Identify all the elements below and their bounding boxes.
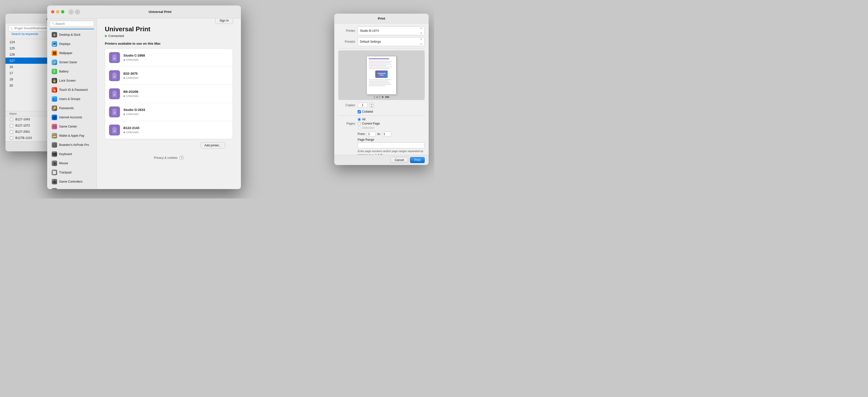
- sidebar-item-printers-scanners[interactable]: 🖨 Printers & Scanners: [49, 186, 95, 189]
- copies-stepper: ▲ ▼: [370, 102, 374, 108]
- printer-entry[interactable]: Studio G-2633 Unknown: [105, 103, 233, 121]
- svg-point-23: [113, 112, 114, 113]
- svg-rect-31: [114, 132, 115, 132]
- current-page-radio[interactable]: [358, 122, 361, 125]
- printer-entry[interactable]: B32-3075 Unknown: [105, 67, 233, 85]
- presets-value: Default Settings: [360, 40, 381, 43]
- sidebar-item-keyboard[interactable]: ⌨ Keyboard: [49, 150, 95, 159]
- search-input[interactable]: [50, 21, 94, 27]
- sign-in-button[interactable]: Sign In: [215, 19, 233, 24]
- print-button[interactable]: Print: [410, 157, 425, 163]
- printer-name: Studio C-2868: [123, 54, 229, 57]
- copies-increment[interactable]: ▲: [370, 103, 374, 105]
- nav-back-button[interactable]: ‹: [68, 9, 74, 14]
- printer-icon: [109, 106, 120, 118]
- status-text: Unknown: [126, 131, 138, 134]
- printer-checkbox[interactable]: [9, 118, 13, 121]
- printer-label: Printer:: [338, 29, 355, 33]
- sidebar-label: Game Controllers: [59, 180, 83, 184]
- print-preview-area: UniversalPrint 1 of 2 ▶ ▶▶: [338, 51, 425, 100]
- printer-entry[interactable]: Studio C-2868 Unknown: [105, 48, 233, 67]
- sidebar-item-airpods[interactable]: 🎧 Braeden's AirPods Pro: [49, 140, 95, 150]
- airpods-icon: 🎧: [52, 142, 57, 147]
- sidebar-item-wallet[interactable]: 💳 Wallet & Apple Pay: [49, 131, 95, 140]
- selection-label: Selection: [362, 126, 374, 130]
- sidebar-item-users-groups[interactable]: 👥 Users & Groups: [49, 95, 95, 103]
- print-dialog-window: Print Printer: Studio B-1974 ⌃⌄ Presets:…: [334, 14, 429, 165]
- sidebar-item-internet-accounts[interactable]: @ Internet Accounts: [49, 113, 95, 122]
- print-dialog-title: Print: [378, 16, 385, 20]
- nav-buttons: ‹ ›: [68, 9, 80, 14]
- connected-dot: [105, 35, 107, 37]
- presets-select[interactable]: Default Settings ⌃⌄: [358, 37, 425, 46]
- printer-checkbox[interactable]: [9, 136, 13, 140]
- selection-row: Selection: [358, 126, 380, 130]
- next-page-btn[interactable]: ▶▶: [385, 95, 390, 99]
- sidebar-item-passwords[interactable]: 🔑 Passwords: [49, 104, 95, 113]
- sidebar-label: Desktop & Dock: [59, 33, 81, 36]
- copies-control: ▲ ▼: [358, 102, 374, 108]
- sidebar-item-battery[interactable]: 🔋 Battery: [49, 67, 95, 76]
- collated-checkbox-row: Collated: [358, 110, 373, 113]
- sidebar-item-displays[interactable]: 💻 Displays: [49, 39, 95, 48]
- presets-label: Presets:: [338, 40, 355, 43]
- main-header: Universal Print Connected Sign In: [97, 19, 241, 42]
- system-prefs-titlebar: ‹ › Universal Print: [47, 5, 241, 19]
- page-title: Universal Print: [105, 25, 151, 33]
- printer-status: Unknown: [123, 94, 229, 98]
- printer-name: B32-3075: [123, 72, 229, 75]
- selection-radio[interactable]: [358, 126, 361, 130]
- sidebar-item-wallpaper[interactable]: 🖼 Wallpaper: [49, 48, 95, 58]
- printer-checkbox[interactable]: [9, 124, 13, 127]
- page-range-input[interactable]: [358, 142, 425, 148]
- copies-row: Copies: ▲ ▼: [338, 102, 425, 108]
- status-text: Unknown: [126, 76, 138, 80]
- add-printer-button[interactable]: Add printer...: [201, 142, 225, 148]
- prev-page-btn[interactable]: ▶: [382, 95, 384, 99]
- printer-select[interactable]: Studio B-1974 ⌃⌄: [358, 26, 425, 35]
- sidebar-item-mouse[interactable]: 🖱 Mouse: [49, 159, 95, 168]
- sidebar-label: Touch ID & Password: [59, 88, 88, 92]
- sidebar-item-lock-screen[interactable]: 🔒 Lock Screen: [49, 76, 95, 85]
- printer-entry[interactable]: B122-2143 Unknown: [105, 121, 233, 139]
- sidebar-label: Wallet & Apple Pay: [59, 134, 85, 137]
- maximize-button[interactable]: [61, 10, 64, 13]
- help-button[interactable]: ?: [179, 156, 184, 160]
- sidebar-label: Passwords: [59, 106, 74, 110]
- to-label: to:: [377, 132, 380, 136]
- printer-select-row: Printer: Studio B-1974 ⌃⌄: [338, 26, 425, 35]
- page-range-hint: Enter page numbers and/or page ranges se…: [358, 150, 425, 155]
- current-page-label: Current Page: [362, 122, 380, 125]
- printer-checkbox[interactable]: [9, 130, 13, 133]
- close-button[interactable]: [51, 10, 54, 13]
- nav-forward-button[interactable]: ›: [75, 9, 80, 14]
- from-input[interactable]: [367, 132, 376, 136]
- copies-input[interactable]: [358, 103, 368, 108]
- status-indicator: [123, 95, 125, 97]
- privacy-cookies-link[interactable]: Privacy & cookies: [154, 156, 178, 160]
- svg-rect-7: [114, 59, 115, 60]
- sidebar-item-desktop-dock[interactable]: 🖥 Desktop & Dock: [49, 30, 95, 39]
- printer-info: Studio G-2633 Unknown: [123, 108, 229, 116]
- sidebar-item-touch-id[interactable]: 👆 Touch ID & Password: [49, 85, 95, 94]
- collated-checkbox[interactable]: [358, 110, 361, 113]
- sidebar-item-game-controllers[interactable]: 🕹 Game Controllers: [49, 177, 95, 186]
- to-input[interactable]: [382, 132, 391, 136]
- all-pages-radio[interactable]: [358, 118, 361, 121]
- lock-screen-icon: 🔒: [52, 78, 57, 84]
- sidebar-label: Trackpad: [59, 171, 71, 174]
- cancel-button[interactable]: Cancel: [391, 157, 408, 163]
- printer-entry[interactable]: B6-2G206 Unknown: [105, 85, 233, 103]
- from-label: From:: [358, 132, 365, 136]
- printer-icon: [109, 88, 120, 99]
- minimize-button[interactable]: [56, 10, 59, 13]
- status-indicator: [123, 132, 125, 133]
- sidebar-label: Game Center: [59, 125, 77, 128]
- sidebar-item-screen-saver[interactable]: ✨ Screen Saver: [49, 58, 95, 67]
- svg-rect-18: [114, 95, 116, 95]
- sidebar-item-trackpad[interactable]: ⬜ Trackpad: [49, 168, 95, 177]
- desktop-dock-icon: 🖥: [52, 32, 57, 37]
- separator: [338, 48, 425, 48]
- sidebar-item-game-center[interactable]: 🎮 Game Center: [49, 122, 95, 131]
- copies-decrement[interactable]: ▼: [370, 105, 374, 108]
